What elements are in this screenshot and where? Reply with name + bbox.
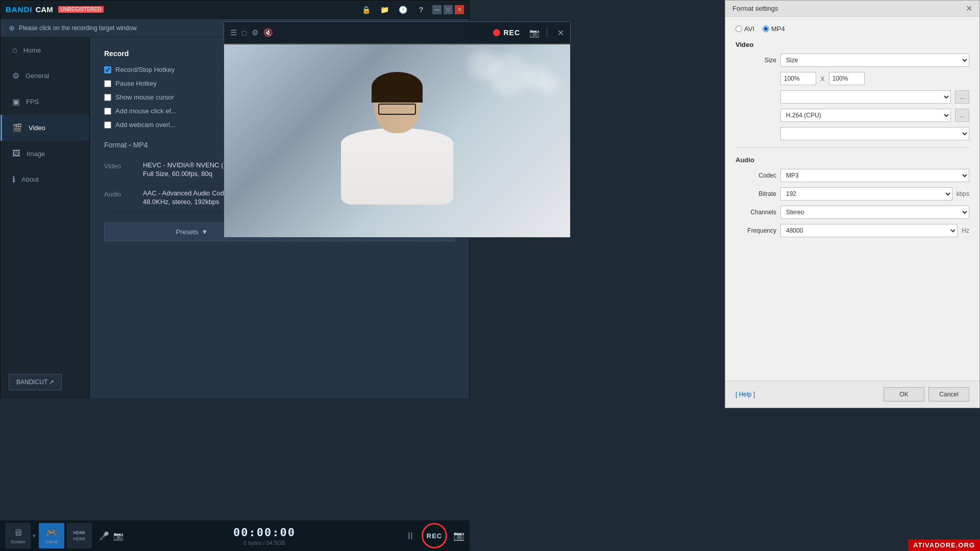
window-controls: — □ ✕ <box>432 5 464 14</box>
fs-frequency-select[interactable]: 48000 44100 22050 <box>780 224 958 237</box>
format-mp4-option[interactable]: MP4 <box>763 25 785 33</box>
sidebar-item-general[interactable]: ⚙ General <box>1 63 89 89</box>
sidebar-item-fps[interactable]: ▣ FPS <box>1 89 89 115</box>
fs-fps-select[interactable]: 60 30 <box>780 127 969 140</box>
fs-video-section: Video Size Size Full Size Half Size X <box>736 41 969 140</box>
fs-close-button[interactable]: ✕ <box>966 4 972 13</box>
fs-frequency-row: Frequency 48000 44100 22050 Hz <box>736 224 969 237</box>
person-body <box>341 128 453 205</box>
fs-channels-label: Channels <box>736 209 776 216</box>
hdmi-mode-button[interactable]: HDMI HDMI <box>66 523 92 548</box>
screen-mode-button[interactable]: 🖥 Screen <box>5 523 31 548</box>
fs-size-select[interactable]: Size Full Size Half Size <box>780 54 969 67</box>
bottom-controls: 🎤 📷 <box>99 531 124 541</box>
screen-label: Screen <box>11 539 26 544</box>
toolbar-close-button[interactable]: ✕ <box>557 28 564 38</box>
fs-codec-settings-btn[interactable]: ... <box>955 90 969 104</box>
video-preview <box>224 44 571 238</box>
fs-bitrate-select[interactable]: 192 128 256 320 <box>780 187 952 201</box>
fs-ok-button[interactable]: OK <box>884 387 924 402</box>
screenshot-icon[interactable]: 📷 <box>529 28 540 38</box>
game-mode-button[interactable]: 🎮 Game <box>39 523 64 548</box>
record-hotkey-checkbox[interactable] <box>104 66 111 73</box>
maximize-button[interactable]: □ <box>444 5 453 14</box>
fs-codec2-settings-btn[interactable]: ... <box>955 109 969 122</box>
minimize-button[interactable]: — <box>432 5 442 14</box>
timer-display: 00:00:00 <box>233 526 296 539</box>
fs-codec-select[interactable] <box>780 90 951 104</box>
target-text: Please click on the recording target win… <box>19 24 137 32</box>
close-button[interactable]: ✕ <box>455 5 464 14</box>
fs-title: Format settings <box>732 5 966 12</box>
format-radio-group: AVI MP4 <box>736 25 785 33</box>
format-label-text: Format <box>104 141 127 149</box>
screen-mode-group: 🖥 Screen <box>5 523 31 548</box>
sidebar: ⌂ Home ⚙ General ▣ FPS 🎬 Video 🖼 Image ℹ <box>1 37 90 398</box>
fs-x-separator: X <box>820 75 825 83</box>
sidebar-bottom: BANDICUT ↗ <box>1 366 89 398</box>
bandicut-button[interactable]: BANDICUT ↗ <box>9 374 62 390</box>
mouse-click-checkbox[interactable] <box>104 108 111 115</box>
avi-radio[interactable] <box>736 26 742 32</box>
app-logo: BANDICAM UNREGISTERED <box>6 5 104 14</box>
fs-cancel-button[interactable]: Cancel <box>928 387 969 402</box>
lock-icon[interactable]: 🔒 <box>361 5 371 15</box>
rec-button[interactable]: REC <box>493 29 520 37</box>
webcam-label: Add webcam overl... <box>115 121 176 129</box>
screen-dropdown-icon[interactable]: ▼ <box>32 533 37 539</box>
fs-format-row: AVI MP4 <box>736 25 969 33</box>
webcam-icon[interactable]: 📷 <box>113 531 124 541</box>
sidebar-item-about[interactable]: ℹ About <box>1 166 89 192</box>
toolbar-settings-icon[interactable]: ⚙ <box>252 28 258 37</box>
format-avi-option[interactable]: AVI <box>736 25 754 33</box>
help-icon[interactable]: ? <box>416 5 426 15</box>
hdmi-icon: HDMI <box>73 530 85 535</box>
sidebar-item-video[interactable]: 🎬 Video <box>1 115 89 141</box>
fs-width-input[interactable] <box>780 72 816 85</box>
fs-audio-codec-row: Codec MP3 AAC PCM <box>736 169 969 182</box>
mp4-radio[interactable] <box>763 26 769 32</box>
person-glasses <box>378 104 416 115</box>
sidebar-label-fps: FPS <box>26 98 39 106</box>
format-value-text: MP4 <box>133 141 148 149</box>
sidebar-item-home[interactable]: ⌂ Home <box>1 37 89 63</box>
avi-label: AVI <box>744 25 754 33</box>
preview-content <box>224 44 570 237</box>
fs-body: AVI MP4 Video Size Size Full Size Half S… <box>725 17 979 381</box>
title-bar-icons: 🔒 📁 🕐 ? <box>361 5 426 15</box>
presets-label: Presets <box>176 228 199 236</box>
image-icon: 🖼 <box>12 149 20 158</box>
logo-cam: CAM <box>36 5 53 14</box>
toolbar-menu-icon[interactable]: ☰ <box>230 28 237 37</box>
clock-icon[interactable]: 🕐 <box>398 5 408 15</box>
toolbar-window-icon[interactable]: □ <box>242 29 247 37</box>
webcam-checkbox[interactable] <box>104 121 111 129</box>
rec-circle-button[interactable]: REC <box>422 523 447 548</box>
fs-fps-row: 60 30 <box>736 127 969 140</box>
watermark: ATIVADORE.ORG <box>908 539 980 551</box>
fs-height-input[interactable] <box>829 72 865 85</box>
screen-icon: 🖥 <box>13 528 22 538</box>
file-size: 0 bytes / 54.5GB <box>243 540 285 546</box>
fs-audio-codec-select[interactable]: MP3 AAC PCM <box>780 169 969 182</box>
fs-btn-group: OK Cancel <box>884 387 969 402</box>
sidebar-item-image[interactable]: 🖼 Image <box>1 141 89 166</box>
fs-footer: [ Help ] OK Cancel <box>725 381 979 408</box>
pause-hotkey-checkbox[interactable] <box>104 80 111 87</box>
mic-icon[interactable]: 🎤 <box>99 531 109 541</box>
fs-size-label: Size <box>736 57 776 64</box>
fs-codec2-select[interactable]: H.264 (CPU) H.265 (CPU) NVIDIA NVENC <box>780 109 951 122</box>
fs-size-row: Size Size Full Size Half Size <box>736 54 969 67</box>
fs-codec-row: ... <box>736 90 969 104</box>
fs-help-link[interactable]: [ Help ] <box>736 391 755 398</box>
fs-audio-section: Audio Codec MP3 AAC PCM Bitrate 192 128 … <box>736 156 969 237</box>
bottom-cam-icon[interactable]: 📷 <box>453 530 464 541</box>
fs-channels-select[interactable]: Stereo Mono <box>780 206 969 219</box>
folder-icon[interactable]: 📁 <box>379 5 389 15</box>
presets-dropdown-icon: ▼ <box>202 228 208 236</box>
toolbar-sound-icon[interactable]: 🔇 <box>263 28 273 37</box>
mouse-click-label: Add mouse click ef... <box>115 107 177 115</box>
fs-divider <box>736 147 969 148</box>
show-mouse-checkbox[interactable] <box>104 94 111 101</box>
pause-button[interactable]: ⏸ <box>405 530 415 542</box>
